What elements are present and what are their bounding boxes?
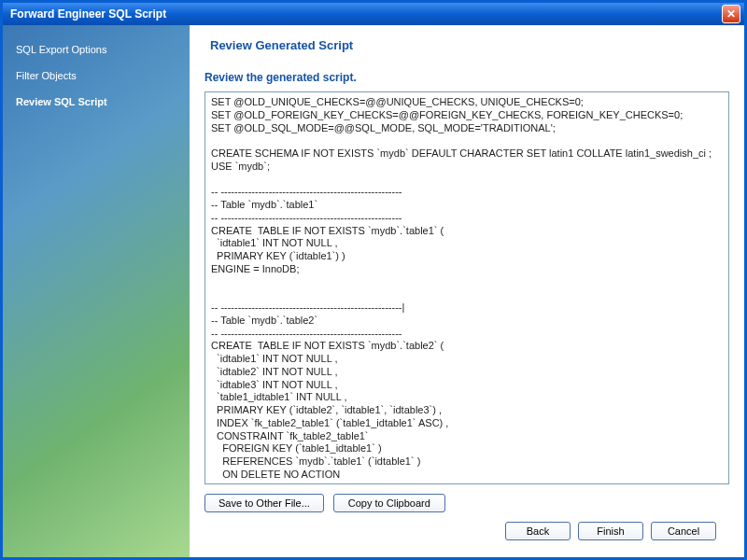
window-body: SQL Export Options Filter Objects Review…: [3, 25, 744, 557]
window-title: Forward Engineer SQL Script: [10, 7, 722, 21]
back-button[interactable]: Back: [505, 522, 571, 540]
sidebar-item-filter-objects[interactable]: Filter Objects: [3, 63, 190, 89]
titlebar[interactable]: Forward Engineer SQL Script ✕: [3, 3, 744, 25]
sidebar-item-label: Filter Objects: [16, 70, 77, 81]
copy-to-clipboard-button[interactable]: Copy to Clipboard: [333, 494, 445, 512]
cancel-button[interactable]: Cancel: [651, 522, 716, 540]
close-icon: ✕: [726, 7, 736, 21]
close-button[interactable]: ✕: [722, 5, 740, 23]
page-subheading: Review the generated script.: [204, 71, 729, 84]
sidebar-item-label: SQL Export Options: [16, 44, 106, 55]
generated-script-textarea[interactable]: SET @OLD_UNIQUE_CHECKS=@@UNIQUE_CHECKS, …: [204, 91, 729, 484]
sidebar-item-sql-export-options[interactable]: SQL Export Options: [3, 36, 190, 63]
page-heading: Review Generated Script: [204, 38, 729, 52]
window-frame: Forward Engineer SQL Script ✕ SQL Export…: [0, 0, 747, 560]
save-to-file-button[interactable]: Save to Other File...: [204, 494, 324, 512]
finish-button[interactable]: Finish: [578, 522, 643, 540]
script-actions-row: Save to Other File... Copy to Clipboard: [204, 494, 729, 512]
main-panel: Review Generated Script Review the gener…: [190, 25, 744, 557]
wizard-footer: Back Finish Cancel: [204, 512, 729, 550]
sidebar-item-label: Review SQL Script: [16, 96, 107, 107]
wizard-sidebar: SQL Export Options Filter Objects Review…: [3, 25, 190, 557]
sidebar-item-review-sql-script[interactable]: Review SQL Script: [3, 89, 190, 115]
